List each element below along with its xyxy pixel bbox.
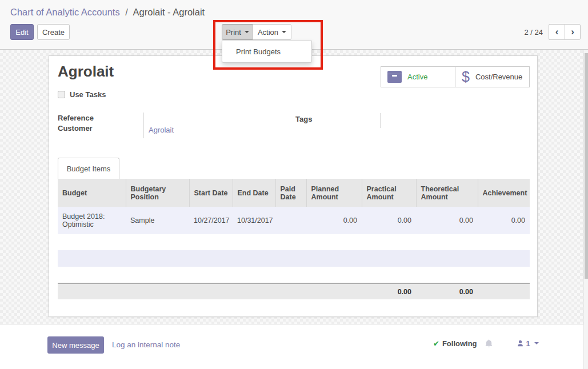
table-totals-row: 0.00 0.00 <box>58 283 530 299</box>
cell-practical-amount: 0.00 <box>362 207 416 234</box>
column-header-budget: Budget <box>58 179 126 207</box>
action-dropdown-button[interactable]: Action <box>253 24 291 40</box>
table-empty-row <box>58 250 530 267</box>
breadcrumb-parent-link[interactable]: Chart of Analytic Accounts <box>10 7 120 17</box>
column-header-paid-date: Paid Date <box>275 179 306 207</box>
use-tasks-checkbox[interactable] <box>58 91 65 98</box>
column-header-end-date: End Date <box>233 179 275 207</box>
column-header-budgetary-position: Budgetary Position <box>126 179 189 207</box>
chatter: New message Log an internal note ✔ Follo… <box>0 324 588 369</box>
active-stat-button[interactable]: Active <box>381 67 455 87</box>
print-button-label: Print <box>226 28 241 37</box>
customer-field-label: Customer <box>58 124 93 133</box>
print-dropdown-button[interactable]: Print <box>222 24 253 40</box>
content-background: Agrolait Use Tasks Active $ Cost/Revenue… <box>0 50 588 324</box>
action-button-label: Action <box>258 28 278 37</box>
use-tasks-field: Use Tasks <box>58 90 106 99</box>
followers-dropdown[interactable]: 1 <box>517 339 539 348</box>
chevron-down-icon <box>534 342 539 344</box>
reference-field-label: Reference <box>58 114 94 122</box>
budget-items-table: Budget Budgetary Position Start Date End… <box>58 179 530 234</box>
column-header-theoretical-amount: Theoretical Amount <box>416 179 478 207</box>
archive-icon <box>387 71 402 83</box>
bell-icon[interactable] <box>485 339 493 348</box>
column-header-start-date: Start Date <box>189 179 233 207</box>
follower-count: 1 <box>526 339 530 348</box>
field-separator <box>380 113 381 128</box>
pager-value: 2 / 24 <box>524 28 543 37</box>
person-icon <box>517 339 524 347</box>
tab-budget-items[interactable]: Budget Items <box>58 158 119 179</box>
breadcrumb: Chart of Analytic Accounts / Agrolait - … <box>10 7 205 18</box>
edit-button[interactable]: Edit <box>10 24 34 40</box>
pager-nav: ‹ › <box>549 24 581 40</box>
stat-button-group: Active $ Cost/Revenue <box>381 66 530 87</box>
tags-field-label: Tags <box>295 115 312 123</box>
active-stat-label: Active <box>407 73 427 81</box>
cell-paid-date <box>275 207 306 234</box>
column-header-achievement: Achievement <box>478 179 530 207</box>
log-internal-note-link[interactable]: Log an internal note <box>112 340 180 349</box>
cell-planned-amount: 0.00 <box>306 207 362 234</box>
chevron-left-icon: ‹ <box>555 26 559 38</box>
chevron-down-icon <box>282 31 286 33</box>
field-separator <box>143 113 144 138</box>
record-title: Agrolait <box>58 63 114 81</box>
cell-budgetary-position: Sample <box>126 207 189 234</box>
cell-achievement: 0.00 <box>478 207 530 234</box>
customer-value-link[interactable]: Agrolait <box>149 126 174 134</box>
chevron-down-icon <box>245 31 249 33</box>
cost-revenue-stat-button[interactable]: $ Cost/Revenue <box>455 67 529 87</box>
cost-revenue-stat-label: Cost/Revenue <box>475 73 522 81</box>
breadcrumb-current: Agrolait - Agrolait <box>133 7 205 17</box>
odoo-page: Chart of Analytic Accounts / Agrolait - … <box>0 0 588 369</box>
total-practical-amount: 0.00 <box>362 284 416 299</box>
cell-budget: Budget 2018: Optimistic <box>58 207 126 234</box>
scrollbar-track[interactable] <box>583 50 588 369</box>
table-header-row: Budget Budgetary Position Start Date End… <box>58 179 530 207</box>
total-theoretical-amount: 0.00 <box>416 284 478 299</box>
pager-next-button[interactable]: › <box>565 24 581 40</box>
form-sheet: Agrolait Use Tasks Active $ Cost/Revenue… <box>49 55 538 317</box>
use-tasks-label: Use Tasks <box>70 90 106 99</box>
cell-theoretical-amount: 0.00 <box>416 207 478 234</box>
create-button[interactable]: Create <box>37 24 70 40</box>
check-icon: ✔ <box>433 339 439 348</box>
breadcrumb-separator: / <box>125 7 128 17</box>
chevron-right-icon: › <box>571 26 574 38</box>
cell-start-date: 10/27/2017 <box>189 207 233 234</box>
cell-end-date: 10/31/2017 <box>233 207 275 234</box>
following-toggle[interactable]: Following <box>442 339 477 348</box>
dollar-icon: $ <box>462 70 470 84</box>
print-dropdown-menu: Print Budgets <box>222 41 312 63</box>
column-header-practical-amount: Practical Amount <box>362 179 416 207</box>
pager-previous-button[interactable]: ‹ <box>549 24 565 40</box>
column-header-planned-amount: Planned Amount <box>306 179 362 207</box>
menu-item-print-budgets[interactable]: Print Budgets <box>222 43 311 60</box>
new-message-button[interactable]: New message <box>47 336 104 354</box>
scrollbar-thumb[interactable] <box>585 53 588 279</box>
table-row[interactable]: Budget 2018: Optimistic Sample 10/27/201… <box>58 207 530 234</box>
follow-cluster: ✔ Following 1 <box>433 339 539 348</box>
